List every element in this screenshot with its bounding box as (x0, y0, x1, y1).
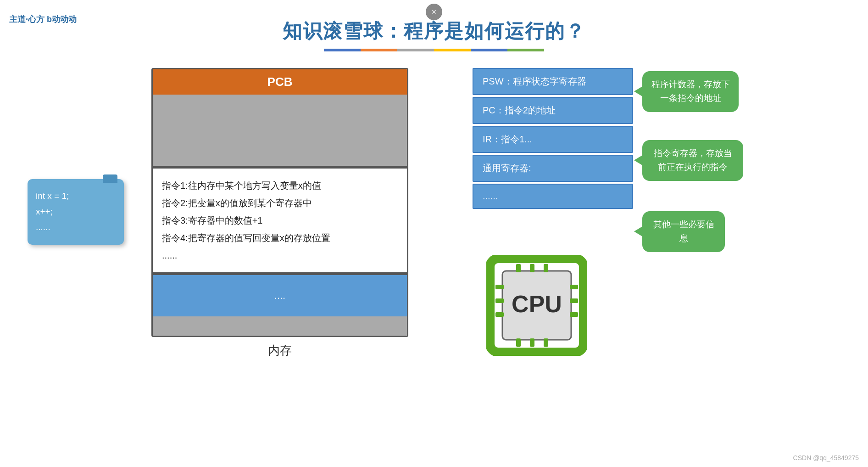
bubble-2-arrow (634, 155, 643, 166)
pcb-header: PCB (153, 69, 407, 95)
mem-gray-bot (153, 316, 407, 336)
bubble-1-text: 程序计数器，存放下一条指令的地址 (651, 79, 730, 103)
bubble-program-counter: 程序计数器，存放下一条指令的地址 (642, 71, 739, 112)
svg-rect-8 (495, 285, 504, 289)
instruction-3: 指令3:寄存器中的数值+1 (162, 212, 398, 229)
svg-rect-11 (570, 285, 578, 289)
instruction-5: ...... (162, 247, 398, 264)
color-seg-6 (507, 49, 544, 51)
reg-pc: PC：指令2的地址 (473, 97, 633, 124)
code-line-1: int x = 1; (36, 188, 116, 204)
instruction-2: 指令2:把变量x的值放到某个寄存器中 (162, 194, 398, 212)
bubble-other-info: 其他一些必要信息 (642, 211, 725, 252)
color-seg-5 (471, 49, 507, 51)
reg-general: 通用寄存器: (473, 155, 633, 182)
mem-instructions: 指令1:往内存中某个地方写入变量x的值 指令2:把变量x的值放到某个寄存器中 指… (153, 169, 407, 272)
svg-rect-5 (516, 338, 521, 347)
svg-rect-7 (544, 338, 548, 347)
svg-rect-3 (530, 264, 534, 272)
svg-text:CPU: CPU (512, 291, 562, 317)
memory-container: PCB 指令1:往内存中某个地方写入变量x的值 指令2:把变量x的值放到某个寄存… (151, 68, 408, 359)
reg-ir: IR：指令1... (473, 126, 633, 153)
svg-rect-2 (516, 264, 521, 272)
code-line-2: x++; (36, 204, 116, 219)
color-seg-3 (397, 49, 434, 51)
svg-rect-10 (495, 312, 504, 317)
bubble-1-arrow (634, 86, 643, 97)
title-area: 知识滚雪球：程序是如何运行的？ (0, 18, 868, 51)
code-line-3: ...... (36, 219, 116, 235)
memory-label: 内存 (151, 343, 408, 359)
instruction-1: 指令1:往内存中某个地方写入变量x的值 (162, 177, 398, 194)
svg-rect-9 (495, 298, 504, 303)
mem-gray-top (153, 95, 407, 166)
color-seg-2 (361, 49, 397, 51)
bubble-2-text: 指令寄存器，存放当前正在执行的指令 (654, 148, 732, 172)
memory-box: PCB 指令1:往内存中某个地方写入变量x的值 指令2:把变量x的值放到某个寄存… (151, 68, 408, 337)
cpu-chip: CPU (486, 255, 587, 356)
watermark: CSDN @qq_45849275 (793, 454, 859, 461)
svg-rect-12 (570, 298, 578, 303)
color-bar (0, 49, 868, 51)
close-button[interactable]: × (426, 4, 442, 20)
instruction-4: 指令4:把寄存器的值写回变量x的存放位置 (162, 229, 398, 247)
mem-blue-section: .... (153, 275, 407, 316)
cpu-registers-area: PSW：程序状态字寄存器 PC：指令2的地址 IR：指令1... 通用寄存器: … (473, 68, 633, 211)
close-icon: × (432, 7, 437, 17)
color-seg-1 (324, 49, 361, 51)
svg-rect-6 (530, 338, 534, 347)
svg-rect-13 (570, 312, 578, 317)
bubble-3-arrow (634, 226, 643, 237)
bubble-3-text: 其他一些必要信息 (653, 219, 714, 243)
bubble-instruction-register: 指令寄存器，存放当前正在执行的指令 (642, 140, 743, 181)
reg-psw: PSW：程序状态字寄存器 (473, 68, 633, 95)
mem-dots: .... (274, 290, 285, 302)
cpu-chip-svg: CPU (486, 255, 587, 356)
code-scroll: int x = 1; x++; ...... (28, 179, 124, 245)
page-title: 知识滚雪球：程序是如何运行的？ (0, 18, 868, 44)
svg-rect-4 (544, 264, 548, 272)
color-seg-4 (434, 49, 471, 51)
scroll-curl (103, 174, 117, 183)
reg-dots: ...... (473, 184, 633, 209)
